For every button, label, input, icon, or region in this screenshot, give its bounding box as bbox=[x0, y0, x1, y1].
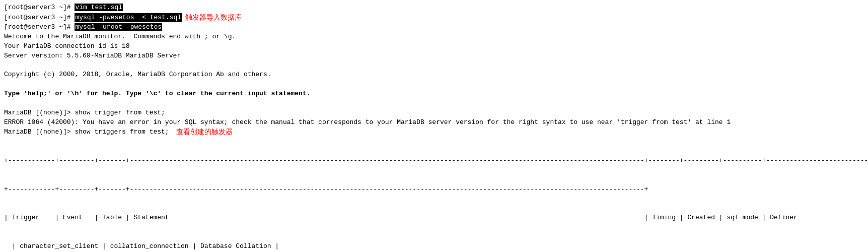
line-welcome: Welcome to the MariaDB monitor. Commands… bbox=[4, 32, 864, 42]
line-blank2 bbox=[4, 80, 864, 89]
line-help: Type 'help;' or '\h' for help. Type '\c'… bbox=[4, 89, 864, 99]
annotation-view-trigger: 查看创建的触发器 bbox=[169, 127, 233, 137]
line-mysql-import: [root@server3 ~]# mysql -pwesetos < test… bbox=[4, 13, 864, 23]
terminal: [root@server3 ~]# vim test.sql [root@ser… bbox=[0, 0, 868, 252]
annotation-import: 触发器导入数据库 bbox=[182, 13, 242, 23]
line-error: ERROR 1064 (42000): You have an error in… bbox=[4, 118, 864, 128]
table-header2: | character_set_client | collation_conne… bbox=[4, 242, 864, 251]
line-show-triggers: MariaDB [(none)]> show triggers from tes… bbox=[4, 127, 864, 137]
line-show-trigger: MariaDB [(none)]> show trigger from test… bbox=[4, 108, 864, 118]
line-connection: Your MariaDB connection id is 18 bbox=[4, 42, 864, 51]
line-copyright: Copyright (c) 2000, 2018, Oracle, MariaD… bbox=[4, 70, 864, 80]
line-mysql-login: [root@server3 ~]# mysql -uroot -pwesetos bbox=[4, 23, 864, 32]
table-output: +------------+---------+-------+--------… bbox=[4, 138, 864, 252]
mysql-login-command: mysql -uroot -pwesetos bbox=[75, 23, 162, 31]
line-blank3 bbox=[4, 99, 864, 108]
prompt2: [root@server3 ~]# bbox=[4, 13, 75, 23]
table-sep2: +------------+---------+-------+--------… bbox=[4, 185, 864, 195]
show-triggers-text: MariaDB [(none)]> show triggers from tes… bbox=[4, 128, 169, 137]
line-version: Server version: 5.5.60-MariaDB MariaDB S… bbox=[4, 51, 864, 61]
vim-command: vim test.sql bbox=[75, 4, 123, 11]
mysql-import-command: mysql -pwesetos < test.sql bbox=[75, 13, 182, 23]
line-vim: [root@server3 ~]# vim test.sql bbox=[4, 3, 864, 13]
prompt3: [root@server3 ~]# bbox=[4, 23, 75, 31]
table-header: | Trigger | Event | Table | Statement | … bbox=[4, 213, 864, 223]
line-blank1 bbox=[4, 61, 864, 71]
prompt1: [root@server3 ~]# bbox=[4, 4, 75, 11]
table-sep1: +------------+---------+-------+--------… bbox=[4, 156, 864, 166]
